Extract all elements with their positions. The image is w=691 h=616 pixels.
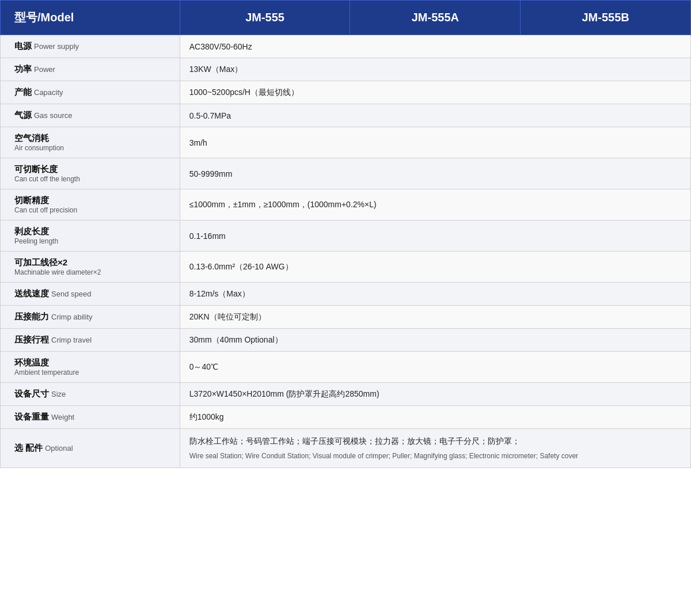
spec-label-cell: 选 配件Optional	[1, 429, 180, 468]
spec-value: 0～40℃	[189, 362, 218, 371]
spec-value: 8-12m/s（Max）	[189, 289, 250, 298]
spec-value-cell: ≤1000mm，±1mm，≥1000mm，(1000mm+0.2%×L)	[180, 189, 690, 220]
spec-value: 30mm（40mm Optional）	[189, 335, 283, 344]
spec-value-cell: 0.13-6.0mm²（26-10 AWG）	[180, 252, 690, 283]
spec-label-cn: 压接能力	[14, 311, 49, 321]
spec-label-cn: 选 配件	[14, 443, 43, 453]
table-row: 选 配件Optional防水栓工作站；号码管工作站；端子压接可视模块；拉力器；放…	[1, 429, 691, 468]
spec-value: 13KW（Max）	[189, 64, 243, 74]
spec-label-en: Size	[51, 390, 66, 398]
jm555b-header: JM-555B	[521, 1, 691, 35]
spec-value-cell: 0.1-16mm	[180, 220, 690, 252]
spec-value: 3m/h	[189, 138, 207, 147]
table-row: 可切断长度Can cut off the length50-9999mm	[1, 158, 691, 189]
spec-value-cell: 50-9999mm	[180, 158, 690, 189]
spec-value: L3720×W1450×H2010mm (防护罩升起高约2850mm)	[189, 389, 379, 398]
spec-value: ≤1000mm，±1mm，≥1000mm，(1000mm+0.2%×L)	[189, 200, 377, 209]
spec-label-en: Power	[34, 65, 55, 74]
table-row: 空气消耗Air consumption3m/h	[1, 127, 691, 158]
spec-label-cn: 气源	[14, 110, 32, 120]
spec-label-cell: 功率Power	[1, 58, 180, 81]
table-row: 送线速度Send speed8-12m/s（Max）	[1, 283, 691, 306]
table-row: 电源Power supplyAC380V/50-60Hz	[1, 35, 691, 58]
spec-label-cell: 设备重量Weight	[1, 406, 180, 429]
spec-label-cell: 送线速度Send speed	[1, 283, 180, 306]
spec-label-en: Ambient temperature	[14, 368, 170, 377]
optional-value-cn: 防水栓工作站；号码管工作站；端子压接可视模块；拉力器；放大镜；电子千分尺；防护罩…	[189, 435, 681, 448]
spec-label-en: Crimp travel	[51, 336, 92, 344]
spec-label-en: Can cut off the length	[14, 175, 170, 183]
spec-label-cn: 压接行程	[14, 334, 49, 344]
spec-label-cell: 电源Power supply	[1, 35, 180, 58]
spec-label-cn: 电源	[14, 41, 32, 51]
spec-value-cell: 30mm（40mm Optional）	[180, 329, 690, 352]
spec-label-cell: 空气消耗Air consumption	[1, 127, 180, 158]
spec-value: 50-9999mm	[189, 169, 233, 178]
spec-value-cell: 20KN（吨位可定制）	[180, 306, 690, 329]
spec-label-cn: 剥皮长度	[14, 226, 170, 237]
spec-value-cell: 13KW（Max）	[180, 58, 690, 81]
spec-value-cell: 1000~5200pcs/H（最短切线）	[180, 81, 690, 104]
spec-label-cell: 设备尺寸Size	[1, 383, 180, 406]
spec-label-en: Machinable wire diameter×2	[14, 268, 170, 276]
spec-label-cell: 可加工线径×2Machinable wire diameter×2	[1, 252, 180, 283]
spec-label-cell: 可切断长度Can cut off the length	[1, 158, 180, 189]
spec-label-cell: 气源Gas source	[1, 104, 180, 127]
jm555-header: JM-555	[180, 1, 350, 35]
spec-value-cell: 8-12m/s（Max）	[180, 283, 690, 306]
spec-value-cell: L3720×W1450×H2010mm (防护罩升起高约2850mm)	[180, 383, 690, 406]
table-row: 剥皮长度Peeling length0.1-16mm	[1, 220, 691, 252]
spec-label-cell: 剥皮长度Peeling length	[1, 220, 180, 252]
spec-label-cell: 切断精度Can cut off precision	[1, 189, 180, 220]
spec-label-cn: 送线速度	[14, 288, 49, 298]
spec-label-cn: 空气消耗	[14, 133, 170, 144]
spec-label-en: Air consumption	[14, 144, 170, 152]
spec-label-cn: 设备尺寸	[14, 389, 49, 398]
table-row: 气源Gas source0.5-0.7MPa	[1, 104, 691, 127]
table-row: 压接能力Crimp ability20KN（吨位可定制）	[1, 306, 691, 329]
spec-label-en: Crimp ability	[51, 313, 93, 321]
spec-value: 约1000kg	[189, 412, 224, 421]
table-row: 设备重量Weight约1000kg	[1, 406, 691, 429]
optional-value-en: Wire seal Station; Wire Conduit Station;…	[189, 451, 681, 462]
spec-label-en: Send speed	[51, 290, 91, 298]
spec-label-cell: 压接能力Crimp ability	[1, 306, 180, 329]
spec-value: 0.5-0.7MPa	[189, 111, 231, 120]
spec-value: 1000~5200pcs/H（最短切线）	[189, 88, 299, 97]
jm555a-header: JM-555A	[350, 1, 521, 35]
spec-value: 0.13-6.0mm²（26-10 AWG）	[189, 262, 293, 271]
spec-label-cell: 环境温度Ambient temperature	[1, 352, 180, 383]
model-header: 型号/Model	[1, 1, 180, 35]
spec-label-cn: 切断精度	[14, 195, 170, 206]
table-row: 压接行程Crimp travel30mm（40mm Optional）	[1, 329, 691, 352]
spec-label-cell: 压接行程Crimp travel	[1, 329, 180, 352]
spec-label-en: Can cut off precision	[14, 206, 170, 214]
spec-label-en: Optional	[45, 444, 73, 453]
spec-value: AC380V/50-60Hz	[189, 42, 252, 51]
spec-label-en: Power supply	[34, 42, 79, 51]
spec-value: 20KN（吨位可定制）	[189, 312, 266, 321]
spec-label-cn: 可加工线径×2	[14, 257, 170, 268]
table-row: 功率Power13KW（Max）	[1, 58, 691, 81]
spec-label-en: Capacity	[34, 88, 63, 97]
spec-value-cell: AC380V/50-60Hz	[180, 35, 690, 58]
spec-value: 0.1-16mm	[189, 231, 226, 241]
spec-value-cell: 约1000kg	[180, 406, 690, 429]
spec-value-cell: 防水栓工作站；号码管工作站；端子压接可视模块；拉力器；放大镜；电子千分尺；防护罩…	[180, 429, 690, 468]
table-row: 切断精度Can cut off precision≤1000mm，±1mm，≥1…	[1, 189, 691, 220]
spec-label-cn: 环境温度	[14, 358, 170, 368]
spec-value-cell: 3m/h	[180, 127, 690, 158]
spec-label-cell: 产能Capacity	[1, 81, 180, 104]
spec-label-cn: 产能	[14, 87, 32, 97]
spec-label-cn: 功率	[14, 64, 32, 74]
table-row: 可加工线径×2Machinable wire diameter×20.13-6.…	[1, 252, 691, 283]
table-row: 产能Capacity1000~5200pcs/H（最短切线）	[1, 81, 691, 104]
spec-value-cell: 0.5-0.7MPa	[180, 104, 690, 127]
spec-label-en: Gas source	[34, 111, 72, 120]
spec-label-cn: 设备重量	[14, 412, 49, 421]
spec-value-cell: 0～40℃	[180, 352, 690, 383]
spec-label-en: Weight	[51, 413, 74, 421]
spec-label-cn: 可切断长度	[14, 164, 170, 175]
table-row: 环境温度Ambient temperature0～40℃	[1, 352, 691, 383]
table-row: 设备尺寸SizeL3720×W1450×H2010mm (防护罩升起高约2850…	[1, 383, 691, 406]
